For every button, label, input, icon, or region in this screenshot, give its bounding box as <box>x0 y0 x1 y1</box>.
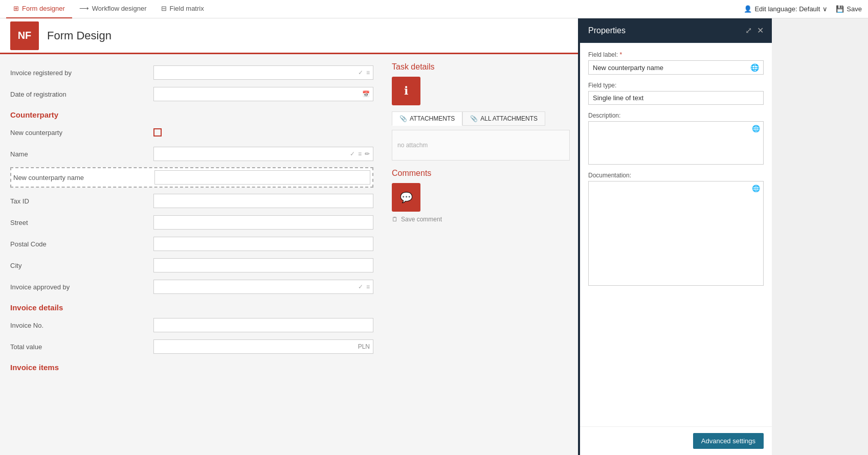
translate-icon: 🌐 <box>750 63 759 72</box>
input-invoice-approved[interactable]: ✓ ≡ <box>153 280 373 294</box>
section-invoice-items: Invoice items <box>10 363 373 372</box>
edit-icon[interactable]: ✏ <box>365 150 370 157</box>
top-tabs: ⊞ Form designer ⟶ Workflow designer ⊟ Fi… <box>6 0 211 18</box>
comments-section: Comments 💬 🗒 Save comment <box>392 169 570 227</box>
props-documentation-group: Documentation: 🌐 <box>588 172 764 286</box>
input-street[interactable] <box>153 215 373 230</box>
form-row-new-counterparty-name-selected: New counterparty name <box>10 167 373 188</box>
top-bar-actions: 👤 Edit language: Default ∨ 💾 Save <box>744 5 862 13</box>
input-new-counterparty-name[interactable] <box>154 170 370 185</box>
input-name[interactable]: ✓ ≡ ✏ <box>153 147 373 161</box>
expand-icon[interactable]: ⤢ <box>745 26 752 35</box>
props-footer: Advanced settings <box>580 426 772 455</box>
save-comment-action[interactable]: 🗒 Save comment <box>392 212 570 227</box>
input-invoice-registered[interactable]: ✓ ≡ <box>153 65 373 80</box>
main-layout: NF Form Design Invoice registered by ✓ ≡ <box>0 18 868 455</box>
comments-icon: 💬 <box>400 191 413 203</box>
input-city[interactable] <box>153 258 373 272</box>
check-icon: ✓ <box>358 283 363 290</box>
form-row-name: Name ✓ ≡ ✏ <box>10 146 373 162</box>
name-actions: ✓ ≡ ✏ <box>347 150 373 157</box>
props-field-type-group: Field type: Single line of text <box>588 82 764 105</box>
form-fields-panel: Invoice registered by ✓ ≡ Date of regist… <box>0 54 384 455</box>
form-row-invoice-registered: Invoice registered by ✓ ≡ <box>10 64 373 81</box>
documentation-textarea[interactable] <box>589 181 763 284</box>
properties-panel: Properties ⤢ ✕ Field label: * New counte… <box>580 18 772 455</box>
input-total-value[interactable]: PLN <box>153 339 373 354</box>
advanced-settings-button[interactable]: Advanced settings <box>693 433 764 449</box>
task-section: Task details ℹ 📎 ATTACHMENTS 📎 <box>392 62 570 161</box>
required-marker: * <box>619 51 622 58</box>
label-invoice-no: Invoice No. <box>10 322 153 329</box>
attachment-tabs: 📎 ATTACHMENTS 📎 ALL ATTACHMENTS <box>392 111 570 126</box>
label-street: Street <box>10 219 153 226</box>
task-info-button[interactable]: ℹ <box>392 77 420 105</box>
field-type-input: Single line of text <box>588 91 764 105</box>
documentation-translate-icon: 🌐 <box>752 185 760 192</box>
description-translate-icon: 🌐 <box>752 125 760 132</box>
input-date-registration[interactable]: 📅 <box>153 87 373 101</box>
form-row-tax-id: Tax ID <box>10 193 373 209</box>
label-new-counterparty-name: New counterparty name <box>13 174 154 181</box>
form-area: Invoice registered by ✓ ≡ Date of regist… <box>0 54 578 455</box>
save-icon: 💾 <box>836 5 844 13</box>
props-header: Properties ⤢ ✕ <box>580 18 772 43</box>
top-bar: ⊞ Form designer ⟶ Workflow designer ⊟ Fi… <box>0 0 868 18</box>
workflow-icon: ⟶ <box>79 5 89 12</box>
paperclip-icon: 📎 <box>399 115 407 122</box>
label-new-counterparty: New counterparty <box>10 129 153 136</box>
comments-button[interactable]: 💬 <box>392 183 420 212</box>
comments-title: Comments <box>392 169 570 178</box>
label-total-value: Total value <box>10 343 153 351</box>
input-tax-id[interactable] <box>153 194 373 208</box>
description-textarea[interactable] <box>589 122 763 163</box>
tab-all-attachments[interactable]: 📎 ALL ATTACHMENTS <box>462 111 545 126</box>
language-icon: 👤 <box>744 5 752 13</box>
props-field-label-group: Field label: * New counterparty name 🌐 <box>588 51 764 75</box>
props-field-type-text: Field type: <box>588 82 764 89</box>
lookup-actions: ✓ ≡ <box>355 69 373 76</box>
form-row-date-registration: Date of registration 📅 <box>10 86 373 102</box>
tab-workflow-designer[interactable]: ⟶ Workflow designer <box>72 0 154 18</box>
props-field-label-text: Field label: * <box>588 51 764 58</box>
all-attachments-icon: 📎 <box>470 115 478 122</box>
form-row-invoice-approved: Invoice approved by ✓ ≡ <box>10 279 373 295</box>
props-description-label: Description: <box>588 112 764 119</box>
form-row-postal-code: Postal Code <box>10 236 373 252</box>
info-icon: ℹ <box>404 84 408 98</box>
save-action[interactable]: 💾 Save <box>836 5 862 13</box>
label-invoice-approved: Invoice approved by <box>10 283 153 291</box>
form-row-city: City <box>10 257 373 274</box>
field-label-input[interactable]: New counterparty name 🌐 <box>588 60 764 75</box>
input-postal-code[interactable] <box>153 237 373 251</box>
checkbox-new-counterparty[interactable] <box>153 128 162 136</box>
app-header: NF Form Design <box>0 18 578 54</box>
props-description-group: Description: 🌐 <box>588 112 764 165</box>
attachment-area: no attachm <box>392 130 570 161</box>
props-title: Properties <box>588 26 626 35</box>
label-date-registration: Date of registration <box>10 90 153 98</box>
date-actions: 📅 <box>359 90 373 98</box>
label-tax-id: Tax ID <box>10 197 153 205</box>
check-icon: ✓ <box>350 150 355 157</box>
close-icon[interactable]: ✕ <box>757 26 764 35</box>
app-title: Form Design <box>47 29 112 42</box>
edit-language-action[interactable]: 👤 Edit language: Default ∨ <box>744 5 828 13</box>
input-invoice-no[interactable] <box>153 318 373 332</box>
props-body: Field label: * New counterparty name 🌐 F… <box>580 43 772 426</box>
tab-form-designer[interactable]: ⊞ Form designer <box>6 0 72 18</box>
calendar-icon: 📅 <box>362 90 370 98</box>
menu-icon: ≡ <box>366 283 370 290</box>
check-icon: ✓ <box>358 69 363 76</box>
currency-label: PLN <box>358 343 370 350</box>
menu-icon: ≡ <box>358 150 362 157</box>
field-matrix-icon: ⊟ <box>161 5 167 12</box>
approved-actions: ✓ ≡ <box>355 283 373 290</box>
props-documentation-label: Documentation: <box>588 172 764 179</box>
tab-attachments[interactable]: 📎 ATTACHMENTS <box>392 111 462 126</box>
form-row-total-value: Total value PLN <box>10 338 373 355</box>
task-title: Task details <box>392 62 570 72</box>
app-logo: NF <box>10 21 39 50</box>
form-row-invoice-no: Invoice No. <box>10 317 373 333</box>
tab-field-matrix[interactable]: ⊟ Field matrix <box>154 0 211 18</box>
